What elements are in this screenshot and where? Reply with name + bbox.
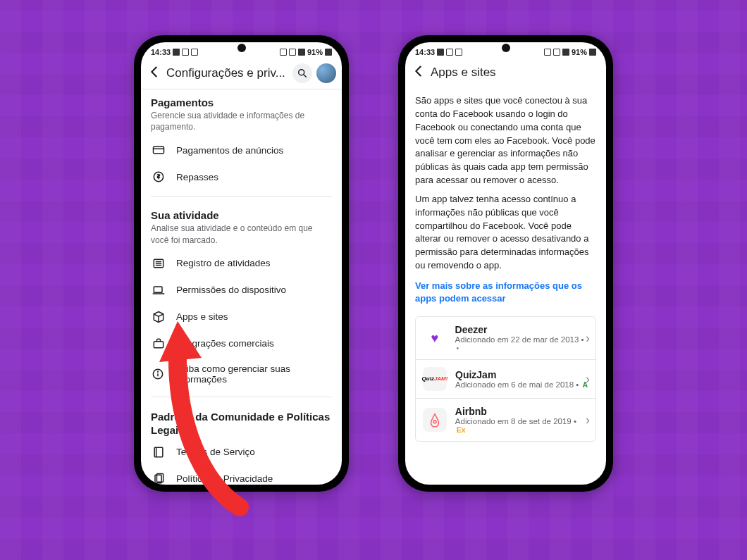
divider <box>151 196 332 197</box>
camera-notch <box>502 44 510 52</box>
wifi-icon <box>289 49 296 56</box>
status-time: 14:33 <box>415 48 435 56</box>
status-left-cluster: 14:33 <box>151 48 198 56</box>
svg-rect-11 <box>154 341 163 347</box>
icon-glyph: ♥ <box>431 331 438 346</box>
connected-apps-list: ♥ Deezer Adicionado em 22 de mar de 2013… <box>415 316 596 442</box>
list-icon <box>151 256 166 270</box>
airbnb-icon <box>423 408 447 432</box>
svg-point-0 <box>299 70 304 75</box>
row-label: Registro de atividades <box>176 258 271 268</box>
battery-icon <box>589 49 596 56</box>
phones-container: 14:33 91% Configurações e priv... <box>0 35 747 492</box>
info-icon <box>151 367 165 381</box>
camera-notch <box>237 44 246 52</box>
status-icon-c <box>191 49 198 56</box>
status-right-cluster: 91% <box>544 48 596 56</box>
row-apps-sites[interactable]: Apps e sites <box>141 304 342 330</box>
row-payments-ads[interactable]: Pagamentos de anúncios <box>141 137 342 163</box>
body-paragraph-2: Um app talvez tenha acesso contínuo a in… <box>405 190 606 275</box>
status-right-cluster: 91% <box>280 48 332 56</box>
signal-icon <box>298 49 305 56</box>
body-paragraph-1: São apps e sites que você conectou à sua… <box>405 87 606 190</box>
status-icon-b <box>446 49 453 56</box>
device-icon <box>151 283 166 297</box>
section-payments-title: Pagamentos <box>141 89 342 110</box>
app-added-text: Adicionado em 6 de mai de 2018 <box>455 380 574 389</box>
deezer-icon: ♥ <box>423 326 447 350</box>
row-payments-transfers[interactable]: Repasses <box>141 163 342 190</box>
profile-avatar[interactable] <box>316 63 336 83</box>
content-scroll[interactable]: Pagamentos Gerencie sua atividade e info… <box>141 89 342 485</box>
search-button[interactable] <box>292 63 312 83</box>
app-header: Configurações e priv... <box>141 61 342 89</box>
row-label: Pagamentos de anúncios <box>176 145 283 156</box>
alarm-icon <box>544 49 551 56</box>
back-button[interactable] <box>411 63 426 82</box>
row-activity-log[interactable]: Registro de atividades <box>141 250 342 277</box>
search-icon <box>297 68 308 79</box>
section-activity-title: Sua atividade <box>141 202 342 223</box>
battery-text: 91% <box>307 48 323 56</box>
battery-text: 91% <box>572 48 587 56</box>
briefcase-icon <box>151 337 166 351</box>
signal-icon <box>562 49 569 56</box>
svg-rect-9 <box>154 287 162 292</box>
app-header: Apps e sites <box>405 61 606 87</box>
chevron-right-icon: › <box>586 372 590 387</box>
app-item-airbnb[interactable]: Airbnb Adicionado em 8 de set de 2019 • … <box>416 399 595 441</box>
row-device-perms[interactable]: Permissões do dispositivo <box>141 277 342 304</box>
app-item-deezer[interactable]: ♥ Deezer Adicionado em 22 de mar de 2013… <box>416 317 595 360</box>
section-activity-desc: Analise sua atividade e o conteúdo em qu… <box>141 223 342 249</box>
app-status-flag: Ex <box>457 425 466 434</box>
chevron-right-icon: › <box>586 331 590 346</box>
app-subtitle: Adicionado em 6 de mai de 2018 • A <box>455 380 588 389</box>
app-status-flag: • <box>457 344 459 352</box>
row-label: Política de Privacidade <box>176 473 273 484</box>
section-payments-desc: Gerencie sua atividade e informações de … <box>141 110 342 137</box>
alarm-icon <box>280 49 287 56</box>
row-privacy[interactable]: Política de Privacidade <box>141 466 342 485</box>
card-icon <box>151 143 166 157</box>
app-added-text: Adicionado em 22 de mar de 2013 <box>455 335 579 344</box>
back-button[interactable] <box>147 64 162 82</box>
content-scroll[interactable]: São apps e sites que você conectou à sua… <box>405 87 606 485</box>
status-icon-b <box>182 49 189 56</box>
cube-icon <box>151 310 166 324</box>
app-name: Airbnb <box>455 406 588 417</box>
section-policies-title: Padrões da Comunidade e Políticas Legais <box>141 403 342 439</box>
status-icon-a <box>437 49 444 56</box>
chevron-right-icon: › <box>586 413 590 428</box>
row-label: Apps e sites <box>176 311 228 322</box>
quizjam-icon: Quiz JAM! <box>423 367 447 391</box>
status-icon-a <box>173 49 180 56</box>
status-time: 14:33 <box>151 48 171 56</box>
app-subtitle: Adicionado em 22 de mar de 2013 • • <box>455 335 588 352</box>
phone-left: 14:33 91% Configurações e priv... <box>134 35 349 492</box>
svg-rect-2 <box>154 147 164 154</box>
battery-icon <box>325 49 332 56</box>
pages-icon <box>151 472 166 485</box>
app-item-quizjam[interactable]: Quiz JAM! QuizJam Adicionado em 6 de mai… <box>416 360 595 399</box>
screen-left: 14:33 91% Configurações e priv... <box>141 42 342 485</box>
status-left-cluster: 14:33 <box>415 48 462 56</box>
divider <box>151 397 332 397</box>
phone-right: 14:33 91% Apps e sites <box>398 35 613 492</box>
row-label: Integrações comerciais <box>176 338 274 349</box>
app-name: Deezer <box>455 324 588 335</box>
app-added-text: Adicionado em 8 de set de 2019 <box>455 417 572 425</box>
learn-more-link[interactable]: Ver mais sobre as informações que os app… <box>405 275 606 312</box>
row-business[interactable]: Integrações comerciais <box>141 330 342 357</box>
wifi-icon <box>553 49 560 56</box>
row-label: Saiba como gerenciar suas informações <box>175 363 332 385</box>
svg-point-14 <box>158 371 159 372</box>
row-label: Permissões do dispositivo <box>176 285 286 295</box>
row-terms[interactable]: Termos de Serviço <box>141 439 342 466</box>
svg-point-19 <box>433 421 436 423</box>
row-manage-info[interactable]: Saiba como gerenciar suas informações <box>141 357 342 391</box>
dollar-icon <box>151 170 166 184</box>
status-icon-c <box>455 49 462 56</box>
app-subtitle: Adicionado em 8 de set de 2019 • Ex <box>455 417 588 434</box>
screen-right: 14:33 91% Apps e sites <box>405 42 606 485</box>
row-label: Termos de Serviço <box>176 447 255 457</box>
